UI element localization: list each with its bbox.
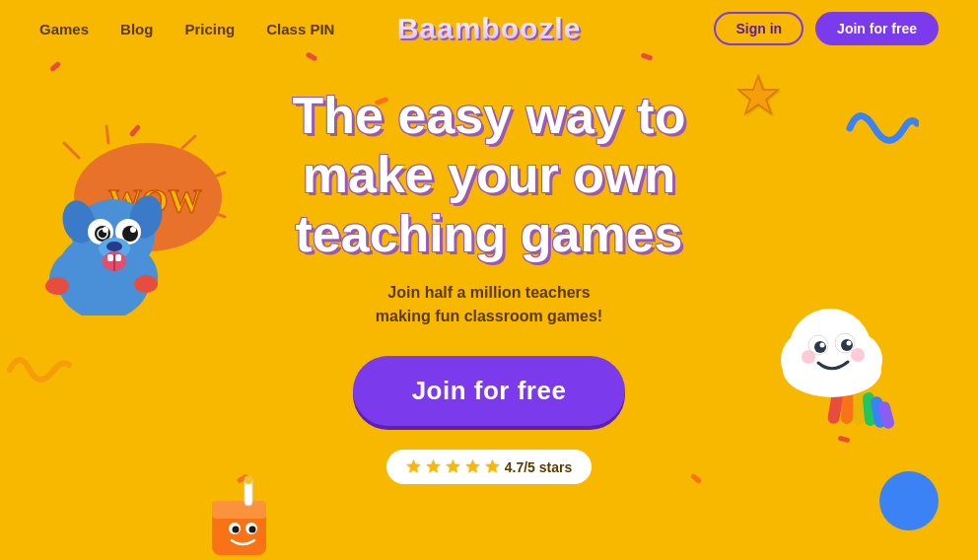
nav-links: Games Blog Pricing Class PIN (39, 21, 334, 37)
nav-blog[interactable]: Blog (120, 21, 153, 37)
svg-point-53 (233, 526, 240, 533)
subtitle-line1: Join half a million teachers (387, 284, 590, 301)
nav-actions: Sign in Join for free (714, 12, 939, 45)
star-4: ★ (465, 457, 479, 476)
subtitle-line2: making fun classroom games! (376, 308, 602, 324)
join-nav-button[interactable]: Join for free (815, 12, 939, 45)
join-hero-button[interactable]: Join for free (353, 356, 626, 426)
star-5: ★ (485, 457, 499, 476)
svg-rect-48 (212, 501, 266, 519)
main-content: The easy way to make your own teaching g… (0, 57, 978, 484)
stars-rating-bar: ★ ★ ★ ★ ★ 4.7/5 stars (386, 450, 593, 484)
hero-title: The easy way to make your own teaching g… (282, 87, 696, 263)
star-1: ★ (406, 457, 420, 476)
rating-text: 4.7/5 stars (505, 459, 573, 475)
hero-subtitle: Join half a million teachers making fun … (376, 281, 602, 328)
star-3: ★ (446, 457, 459, 476)
navbar: Games Blog Pricing Class PIN Baamboozle … (0, 0, 978, 57)
logo[interactable]: Baamboozle (397, 12, 582, 45)
svg-point-54 (249, 526, 256, 533)
nav-games[interactable]: Games (39, 21, 89, 37)
logo-text: Baamboozle (397, 12, 582, 44)
star-2: ★ (426, 457, 440, 476)
signin-button[interactable]: Sign in (714, 12, 803, 45)
cup-character (197, 471, 286, 560)
nav-pricing[interactable]: Pricing (184, 21, 235, 37)
nav-class-pin[interactable]: Class PIN (266, 21, 334, 37)
